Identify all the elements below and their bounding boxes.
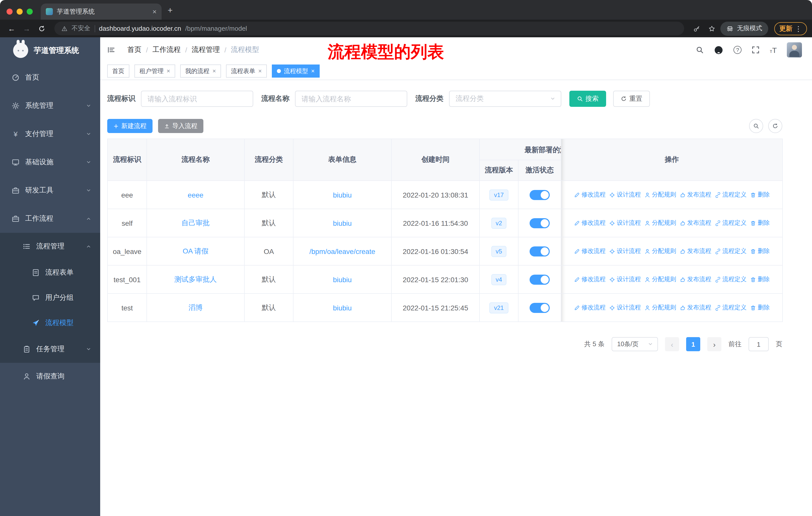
tag-tenant[interactable]: 租户管理× (135, 64, 175, 78)
github-icon[interactable] (714, 45, 723, 55)
font-size-icon[interactable] (770, 46, 777, 54)
search-icon[interactable] (696, 46, 704, 54)
tag-home[interactable]: 首页 (107, 64, 129, 78)
version-tag[interactable]: v17 (490, 189, 509, 200)
process-definition-link[interactable]: 流程定义 (715, 303, 747, 312)
process-definition-link[interactable]: 流程定义 (715, 219, 747, 227)
fullscreen-icon[interactable] (752, 46, 760, 54)
tag-my-process[interactable]: 我的流程× (180, 64, 221, 78)
design-process-link[interactable]: 设计流程 (609, 190, 641, 199)
delete-link[interactable]: 删除 (750, 303, 770, 312)
security-label[interactable]: 不安全 (71, 24, 90, 33)
sidebar-item-task-manage[interactable]: 任务管理 (0, 335, 100, 363)
form-info-link[interactable]: /bpm/oa/leave/create (309, 247, 375, 255)
design-process-link[interactable]: 设计流程 (609, 275, 641, 284)
process-definition-link[interactable]: 流程定义 (715, 190, 747, 199)
browser-menu-icon[interactable]: ⋮ (795, 24, 802, 32)
active-toggle[interactable] (529, 274, 550, 284)
modify-process-link[interactable]: 修改流程 (574, 275, 606, 284)
process-definition-link[interactable]: 流程定义 (715, 275, 747, 284)
sidebar-item-system[interactable]: 系统管理 (0, 92, 100, 120)
modify-process-link[interactable]: 修改流程 (574, 247, 606, 255)
user-avatar[interactable] (787, 42, 802, 57)
sidebar-item-process-model[interactable]: 流程模型 (0, 310, 100, 335)
active-toggle[interactable] (529, 246, 550, 256)
publish-process-link[interactable]: 发布流程 (679, 247, 711, 255)
sidebar-item-leave-query[interactable]: 请假查询 (0, 363, 100, 390)
process-name-link[interactable]: OA 请假 (183, 247, 209, 255)
tag-process-model[interactable]: 流程模型× (272, 64, 320, 78)
goto-page-input[interactable] (749, 337, 769, 351)
assign-rule-link[interactable]: 分配规则 (644, 190, 676, 199)
modify-process-link[interactable]: 修改流程 (574, 303, 606, 312)
browser-tab[interactable]: 芋道管理系统 × (41, 3, 162, 20)
tab-close-icon[interactable]: × (152, 8, 156, 15)
sidebar-item-process-manage[interactable]: 流程管理 (0, 233, 100, 260)
process-category-select[interactable]: 流程分类 (449, 91, 561, 107)
version-tag[interactable]: v21 (490, 302, 509, 313)
sidebar-item-workflow[interactable]: 工作流程 (0, 205, 100, 233)
refresh-table-button[interactable] (768, 119, 782, 133)
sidebar-item-devtools[interactable]: 研发工具 (0, 176, 100, 205)
publish-process-link[interactable]: 发布流程 (679, 219, 711, 227)
reset-button[interactable]: 重置 (613, 91, 650, 107)
modify-process-link[interactable]: 修改流程 (574, 219, 606, 227)
sidebar-item-home[interactable]: 首页 (0, 63, 100, 92)
delete-link[interactable]: 删除 (750, 219, 770, 227)
help-icon[interactable] (733, 46, 742, 54)
sidebar-item-process-form[interactable]: 流程表单 (0, 260, 100, 285)
form-info-link[interactable]: biubiu (333, 219, 352, 227)
sidebar-item-user-group[interactable]: 用户分组 (0, 285, 100, 310)
publish-process-link[interactable]: 发布流程 (679, 190, 711, 199)
bookmark-star-icon[interactable] (705, 22, 718, 35)
assign-rule-link[interactable]: 分配规则 (644, 275, 676, 284)
version-tag[interactable]: v4 (491, 274, 506, 285)
process-name-link[interactable]: eeee (188, 191, 203, 199)
close-icon[interactable]: × (311, 68, 315, 74)
delete-link[interactable]: 删除 (750, 275, 770, 284)
zoom-window-button[interactable] (27, 8, 33, 15)
form-info-link[interactable]: biubiu (333, 304, 352, 312)
breadcrumb-process-manage[interactable]: 流程管理 (192, 45, 220, 54)
import-process-button[interactable]: 导入流程 (158, 119, 203, 133)
assign-rule-link[interactable]: 分配规则 (644, 303, 676, 312)
forward-icon[interactable]: → (20, 22, 33, 35)
version-tag[interactable]: v2 (491, 217, 506, 228)
publish-process-link[interactable]: 发布流程 (679, 303, 711, 312)
incognito-badge[interactable]: 无痕模式 (720, 21, 768, 35)
design-process-link[interactable]: 设计流程 (609, 247, 641, 255)
publish-process-link[interactable]: 发布流程 (679, 275, 711, 284)
breadcrumb-home[interactable]: 首页 (127, 45, 141, 54)
version-tag[interactable]: v5 (491, 246, 506, 257)
modify-process-link[interactable]: 修改流程 (574, 190, 606, 199)
process-definition-link[interactable]: 流程定义 (715, 247, 747, 255)
password-key-icon[interactable] (690, 22, 703, 35)
form-info-link[interactable]: biubiu (333, 275, 352, 283)
page-size-select[interactable]: 10条/页 (612, 337, 658, 351)
page-1-button[interactable]: 1 (686, 337, 700, 351)
close-icon[interactable]: × (167, 68, 170, 74)
create-process-button[interactable]: 新建流程 (107, 119, 152, 133)
search-button[interactable]: 搜索 (569, 91, 606, 107)
breadcrumb-workflow[interactable]: 工作流程 (152, 45, 181, 54)
toggle-search-button[interactable] (749, 119, 763, 133)
active-toggle[interactable] (529, 218, 550, 228)
assign-rule-link[interactable]: 分配规则 (644, 247, 676, 255)
new-tab-button[interactable]: + (168, 5, 173, 16)
address-bar[interactable]: 不安全 dashboard.yudao.iocoder.cn/bpm/manag… (54, 22, 684, 35)
back-icon[interactable]: ← (5, 22, 18, 35)
tag-process-form[interactable]: 流程表单× (226, 64, 267, 78)
form-info-link[interactable]: biubiu (333, 191, 352, 199)
close-icon[interactable]: × (258, 68, 262, 74)
reload-icon[interactable] (35, 22, 48, 35)
sidebar-item-payment[interactable]: ¥ 支付管理 (0, 120, 100, 148)
process-name-link[interactable]: 测试多审批人 (174, 275, 217, 283)
process-name-link[interactable]: 滔博 (188, 303, 203, 311)
minimize-window-button[interactable] (17, 8, 23, 15)
process-name-link[interactable]: 自己审批 (181, 218, 210, 226)
process-key-input[interactable] (141, 91, 253, 107)
browser-update-button[interactable]: 更新 ⋮ (774, 22, 807, 35)
close-window-button[interactable] (6, 8, 12, 15)
prev-page-button[interactable]: ‹ (665, 337, 679, 351)
design-process-link[interactable]: 设计流程 (609, 219, 641, 227)
